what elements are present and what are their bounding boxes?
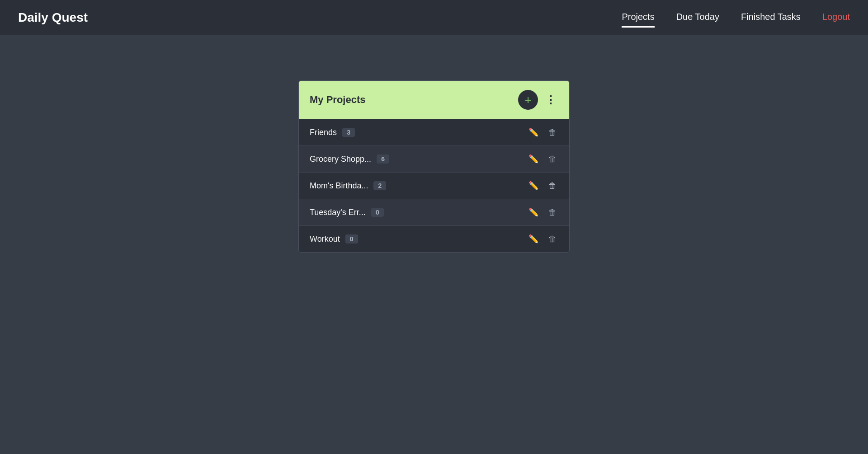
edit-project-button[interactable]: ✏️ xyxy=(527,126,540,139)
edit-project-button[interactable]: ✏️ xyxy=(527,232,540,246)
project-name: Grocery Shopp... xyxy=(310,154,371,164)
projects-card: My Projects + ⋮ Friends 3 ✏️ 🗑 xyxy=(298,80,570,253)
project-row-right: ✏️ 🗑 xyxy=(527,206,558,219)
pencil-icon: ✏️ xyxy=(528,154,538,164)
project-rows-container: Friends 3 ✏️ 🗑 Grocery Shopp... 6 ✏️ xyxy=(299,119,569,252)
add-project-button[interactable]: + xyxy=(518,90,538,110)
project-row-left: Grocery Shopp... 6 xyxy=(310,154,389,164)
project-row-left: Workout 0 xyxy=(310,234,358,244)
project-row-left: Mom's Birthda... 2 xyxy=(310,181,386,191)
navbar: Daily Quest Projects Due Today Finished … xyxy=(0,0,868,35)
app-brand: Daily Quest xyxy=(18,10,622,25)
project-row-right: ✏️ 🗑 xyxy=(527,126,558,139)
pencil-icon: ✏️ xyxy=(528,234,538,244)
task-badge: 6 xyxy=(377,154,389,164)
task-badge: 3 xyxy=(342,128,355,137)
project-row-right: ✏️ 🗑 xyxy=(527,232,558,246)
task-badge: 2 xyxy=(373,181,386,190)
delete-project-button[interactable]: 🗑 xyxy=(547,206,558,219)
project-name: Mom's Birthda... xyxy=(310,181,368,191)
delete-project-button[interactable]: 🗑 xyxy=(547,153,558,166)
project-row: Workout 0 ✏️ 🗑 xyxy=(299,225,569,252)
nav-link-finished-tasks[interactable]: Finished Tasks xyxy=(741,12,801,24)
project-name: Friends xyxy=(310,128,337,137)
project-row: Tuesday's Err... 0 ✏️ 🗑 xyxy=(299,199,569,225)
project-row-right: ✏️ 🗑 xyxy=(527,179,558,192)
edit-project-button[interactable]: ✏️ xyxy=(527,179,540,192)
delete-project-button[interactable]: 🗑 xyxy=(547,126,558,139)
pencil-icon: ✏️ xyxy=(528,127,538,137)
trash-icon: 🗑 xyxy=(548,154,557,164)
project-name: Tuesday's Err... xyxy=(310,208,366,217)
nav-link-due-today[interactable]: Due Today xyxy=(676,12,719,24)
task-badge: 0 xyxy=(371,208,384,217)
project-row-right: ✏️ 🗑 xyxy=(527,152,558,166)
project-row-left: Friends 3 xyxy=(310,128,355,137)
nav-link-projects[interactable]: Projects xyxy=(622,12,654,24)
pencil-icon: ✏️ xyxy=(528,181,538,191)
project-row: Mom's Birthda... 2 ✏️ 🗑 xyxy=(299,172,569,199)
project-row: Grocery Shopp... 6 ✏️ 🗑 xyxy=(299,145,569,172)
task-badge: 0 xyxy=(345,234,358,243)
projects-card-header: My Projects + ⋮ xyxy=(299,81,569,119)
nav-link-logout[interactable]: Logout xyxy=(822,12,850,24)
delete-project-button[interactable]: 🗑 xyxy=(547,233,558,246)
trash-icon: 🗑 xyxy=(548,128,557,137)
trash-icon: 🗑 xyxy=(548,181,557,191)
project-row-left: Tuesday's Err... 0 xyxy=(310,208,384,217)
more-options-button[interactable]: ⋮ xyxy=(543,94,558,106)
project-name: Workout xyxy=(310,234,340,244)
delete-project-button[interactable]: 🗑 xyxy=(547,179,558,192)
pencil-icon: ✏️ xyxy=(528,207,538,217)
nav-links: Projects Due Today Finished Tasks Logout xyxy=(622,12,850,24)
trash-icon: 🗑 xyxy=(548,234,557,244)
trash-icon: 🗑 xyxy=(548,208,557,217)
edit-project-button[interactable]: ✏️ xyxy=(527,206,540,219)
projects-card-actions: + ⋮ xyxy=(518,90,558,110)
edit-project-button[interactable]: ✏️ xyxy=(527,152,540,166)
main-content: My Projects + ⋮ Friends 3 ✏️ 🗑 xyxy=(0,35,868,253)
project-row: Friends 3 ✏️ 🗑 xyxy=(299,119,569,145)
projects-card-title: My Projects xyxy=(310,94,366,106)
